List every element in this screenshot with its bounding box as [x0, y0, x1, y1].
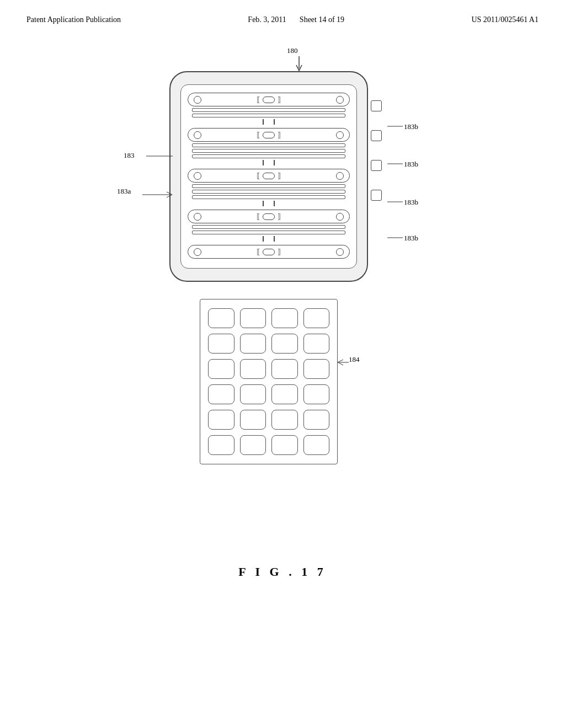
module-circle-left-3 [194, 172, 201, 180]
module-oval-2 [263, 132, 275, 138]
bar-2b [192, 149, 345, 153]
vlines-3 [188, 201, 350, 206]
label-183a: 183a [117, 187, 131, 196]
key-3-1[interactable] [208, 359, 234, 379]
header-left: Patent Application Publication [26, 15, 121, 24]
bar-2a [192, 143, 345, 147]
arrow-180-icon [294, 56, 305, 73]
panel-row-3: ⟦ ⟧ [188, 169, 350, 206]
label-183b-2: 183b [404, 160, 418, 169]
panel-row-4: ⟦ ⟧ [188, 210, 350, 242]
module-circle-left-2 [194, 131, 201, 139]
label-183b-3: 183b [404, 198, 418, 207]
key-4-3[interactable] [271, 384, 298, 404]
key-1-3[interactable] [271, 308, 298, 328]
keypad-area [200, 299, 338, 464]
bar-2c [192, 154, 345, 158]
line-183-icon [146, 156, 174, 157]
module-oval-5 [263, 249, 275, 255]
key-5-2[interactable] [240, 410, 266, 430]
module-pill-3: ⟦ ⟧ [188, 169, 350, 183]
side-btn-4[interactable] [371, 190, 382, 201]
panel-row-2: ⟦ ⟧ [188, 128, 350, 165]
vline-1b [274, 119, 275, 125]
module-oval-1 [263, 97, 275, 103]
inner-panel: ⟦ ⟧ [180, 84, 357, 269]
key-5-3[interactable] [271, 410, 298, 430]
side-btn-1[interactable] [371, 100, 382, 111]
vline-2b [274, 160, 275, 165]
key-2-3[interactable] [271, 334, 298, 354]
label-183b-4: 183b [404, 234, 418, 243]
module-pill-1: ⟦ ⟧ [188, 93, 350, 106]
panel-row-5: ⟦ ⟧ [188, 245, 350, 259]
side-btn-3[interactable] [371, 160, 382, 171]
module-center-3: ⟦ ⟧ [256, 172, 281, 180]
vline-4a [263, 236, 264, 242]
key-6-1[interactable] [208, 435, 234, 455]
vlines-1 [188, 119, 350, 125]
page-header: Patent Application Publication Feb. 3, 2… [0, 0, 565, 24]
arrow-183a-icon [142, 191, 175, 199]
bars-4 [188, 225, 350, 234]
key-3-2[interactable] [240, 359, 266, 379]
module-circle-left-5 [194, 248, 201, 256]
key-2-4[interactable] [303, 334, 330, 354]
patent-number: US 2011/0025461 A1 [471, 15, 539, 24]
module-circle-right-3 [336, 172, 344, 180]
label-183: 183 [124, 151, 135, 160]
side-btn-2[interactable] [371, 130, 382, 141]
key-6-3[interactable] [271, 435, 298, 455]
vline-4b [274, 236, 275, 242]
module-center-1: ⟦ ⟧ [256, 95, 281, 104]
vline-3b [274, 201, 275, 206]
bar-4a [192, 225, 345, 229]
bar-1a [192, 108, 345, 112]
module-center-5: ⟦ ⟧ [256, 248, 281, 256]
key-6-2[interactable] [240, 435, 266, 455]
bars-1 [188, 108, 350, 117]
bar-3c [192, 195, 345, 199]
bars-2 [188, 143, 350, 158]
figure-caption: F I G . 1 7 [0, 565, 565, 579]
module-circle-right-4 [336, 213, 344, 221]
key-1-4[interactable] [303, 308, 330, 328]
key-3-3[interactable] [271, 359, 298, 379]
key-1-2[interactable] [240, 308, 266, 328]
key-3-4[interactable] [303, 359, 330, 379]
key-5-4[interactable] [303, 410, 330, 430]
module-circle-right-2 [336, 131, 344, 139]
module-center-4: ⟦ ⟧ [256, 212, 281, 221]
key-4-4[interactable] [303, 384, 330, 404]
module-oval-3 [263, 173, 275, 179]
bar-3b [192, 190, 345, 194]
line-183b3-icon [387, 201, 404, 202]
keypad-body [200, 299, 338, 464]
header-right: US 2011/0025461 A1 [471, 15, 539, 24]
module-circle-left-1 [194, 96, 201, 104]
panel-row-1: ⟦ ⟧ [188, 93, 350, 125]
label-183b-1: 183b [404, 122, 418, 131]
line-183b1-icon [387, 126, 404, 127]
vlines-4 [188, 236, 350, 242]
vlines-2 [188, 160, 350, 165]
key-4-2[interactable] [240, 384, 266, 404]
key-1-1[interactable] [208, 308, 234, 328]
keypad-grid [208, 308, 329, 455]
key-6-4[interactable] [303, 435, 330, 455]
key-2-2[interactable] [240, 334, 266, 354]
label-180: 180 [287, 46, 298, 55]
key-4-1[interactable] [208, 384, 234, 404]
sheet-info: Sheet 14 of 19 [300, 15, 344, 24]
module-pill-5: ⟦ ⟧ [188, 245, 350, 259]
line-183b2-icon [387, 163, 404, 164]
key-5-1[interactable] [208, 410, 234, 430]
line-183b4-icon [387, 237, 404, 238]
module-pill-2: ⟦ ⟧ [188, 128, 350, 142]
arrow-184-icon [338, 358, 350, 366]
label-184: 184 [349, 355, 360, 364]
module-center-2: ⟦ ⟧ [256, 131, 281, 139]
module-circle-right-5 [336, 248, 344, 256]
header-center: Feb. 3, 2011 Sheet 14 of 19 [248, 15, 344, 24]
key-2-1[interactable] [208, 334, 234, 354]
